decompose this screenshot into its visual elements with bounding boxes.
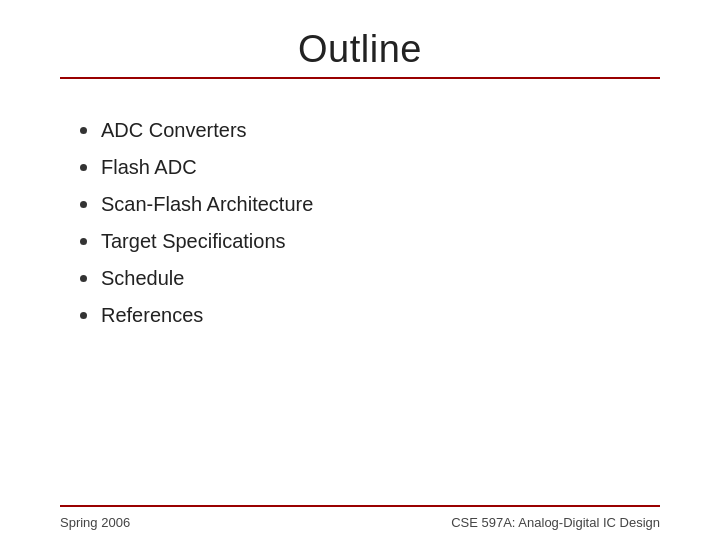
list-item: ADC Converters xyxy=(80,119,660,142)
list-item-text: Target Specifications xyxy=(101,230,286,253)
list-item-text: Flash ADC xyxy=(101,156,197,179)
list-item: References xyxy=(80,304,660,327)
footer: Spring 2006 CSE 597A: Analog-Digital IC … xyxy=(60,505,660,540)
title-area: Outline xyxy=(60,0,660,89)
title-divider xyxy=(60,77,660,79)
bullet-dot-icon xyxy=(80,127,87,134)
bullet-dot-icon xyxy=(80,312,87,319)
bullet-dot-icon xyxy=(80,238,87,245)
list-item: Schedule xyxy=(80,267,660,290)
list-item-text: References xyxy=(101,304,203,327)
slide: Outline ADC ConvertersFlash ADCScan-Flas… xyxy=(0,0,720,540)
slide-title: Outline xyxy=(60,28,660,71)
list-item: Flash ADC xyxy=(80,156,660,179)
content-area: ADC ConvertersFlash ADCScan-Flash Archit… xyxy=(60,89,660,505)
list-item: Target Specifications xyxy=(80,230,660,253)
bullet-dot-icon xyxy=(80,275,87,282)
bullet-dot-icon xyxy=(80,201,87,208)
list-item-text: Scan-Flash Architecture xyxy=(101,193,313,216)
footer-left: Spring 2006 xyxy=(60,515,130,530)
footer-right: CSE 597A: Analog-Digital IC Design xyxy=(451,515,660,530)
list-item: Scan-Flash Architecture xyxy=(80,193,660,216)
list-item-text: Schedule xyxy=(101,267,184,290)
bullet-dot-icon xyxy=(80,164,87,171)
bullet-list: ADC ConvertersFlash ADCScan-Flash Archit… xyxy=(80,119,660,327)
list-item-text: ADC Converters xyxy=(101,119,247,142)
